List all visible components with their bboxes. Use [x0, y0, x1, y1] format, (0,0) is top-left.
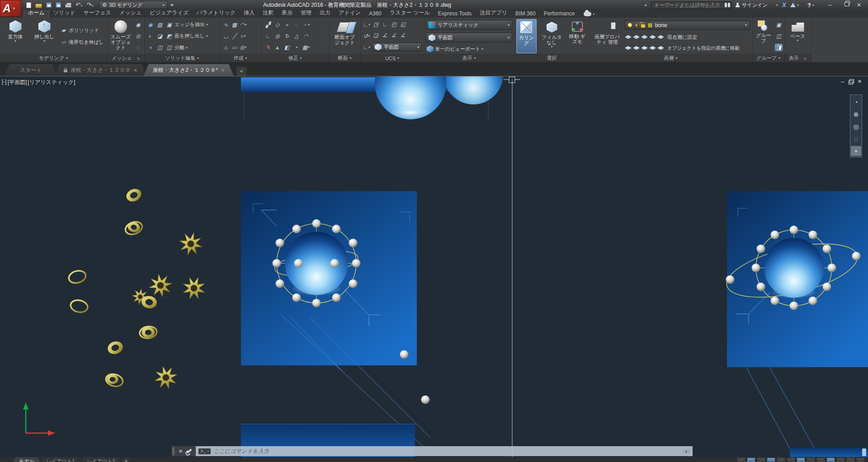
panel-label-modeling[interactable]: モデリング [0, 54, 107, 62]
ucs-x-icon[interactable]: ∠ [381, 32, 389, 39]
save-icon[interactable] [46, 2, 52, 8]
customization-icon[interactable] [857, 458, 864, 462]
panel-label-section[interactable]: 断面 [329, 54, 360, 62]
zoom-icon[interactable]: ◎ [851, 120, 861, 132]
visual-style-dropdown[interactable]: リアリスティック ▾ [426, 20, 512, 30]
panel-label-groups[interactable]: グループ [752, 54, 784, 62]
search-input[interactable] [651, 2, 725, 8]
smooth-less-icon[interactable]: ◎ [134, 33, 142, 40]
panel-label-modify[interactable]: 修正 [261, 54, 329, 62]
slice-icon[interactable]: ▞ [264, 21, 272, 28]
layer-thaw-icon[interactable] [641, 46, 648, 51]
separate-button[interactable]: ◫分離 [165, 44, 188, 51]
boundary-stretch-button[interactable]: ▱境界引き伸ばし [60, 38, 104, 46]
file-tab-doc2[interactable]: 屋根・大きさ2・１２０９* ✕ [144, 64, 234, 76]
offset-edge-icon[interactable]: ∟ [264, 33, 272, 40]
extract-edges-button[interactable]: ▣エッジを抽出 [165, 21, 208, 28]
3d-align-icon[interactable]: ◇ [274, 21, 281, 28]
presspull-button[interactable]: ◩面を押し出し [165, 33, 208, 40]
ucs-previous-icon[interactable]: ↺ [363, 33, 370, 40]
array-icon[interactable]: ▦ [302, 44, 310, 51]
erase-icon[interactable]: ✎ [264, 44, 272, 51]
polysolid-button[interactable]: ▰ポリソリッド [60, 27, 104, 34]
layer-isolate-icon[interactable] [625, 35, 632, 40]
ribbon-tab-output[interactable]: 出力 [316, 9, 335, 18]
doc-minimize-button[interactable]: ─ [841, 79, 844, 85]
ribbon-tab-featured-apps[interactable]: 注目アプリ [476, 9, 511, 18]
viewport-view-control[interactable]: [平面図] [8, 79, 27, 86]
ribbon-tab-view[interactable]: 表示 [278, 9, 297, 18]
panel-label-solid-editing[interactable]: ソリッド編集 [145, 54, 219, 62]
ucs-origin-icon[interactable]: ◳ [372, 21, 380, 28]
new-drawing-tab-button[interactable]: + [236, 67, 246, 76]
file-tab-doc1-close-icon[interactable]: ✕ [133, 68, 137, 73]
ribbon-tab-solid[interactable]: ソリッド [49, 9, 80, 18]
panel-label-base-view[interactable]: 表示 [785, 54, 811, 62]
save-as-icon[interactable] [56, 2, 61, 8]
lineweight-toggle-icon[interactable] [797, 458, 805, 462]
qat-customize-button[interactable]: ▾▾ [170, 3, 173, 7]
base-view-button[interactable]: ベース ▾ [788, 19, 808, 53]
layer-properties-button[interactable]: 画層プロパティ 管理 [591, 19, 623, 53]
chamfer-icon[interactable]: ◠ [302, 33, 310, 40]
search-binoculars-icon[interactable] [725, 3, 727, 7]
smooth-more-icon[interactable]: ◉ [134, 21, 142, 28]
ribbon-tab-manage[interactable]: 管理 [297, 9, 316, 18]
box-button[interactable]: 直方体 ▾ [2, 19, 29, 53]
ucs-world-icon[interactable]: ∟ [363, 44, 370, 51]
minimize-button[interactable]: ─ [823, 2, 837, 8]
ribbon-options-caret-icon[interactable]: ▾ [593, 12, 595, 16]
line-icon[interactable]: ╱ [231, 33, 238, 40]
ucs-plan-dropdown[interactable]: 平面図 ▾ [372, 42, 422, 52]
osnap-toggle-icon[interactable] [787, 458, 795, 462]
command-prompt-chip[interactable]: >_▾ [198, 448, 211, 454]
panel-label-layers[interactable]: 画層 [590, 54, 752, 62]
ribbon-tab-parametric[interactable]: パラメトリック [193, 9, 240, 18]
a360-button[interactable]: ▾ [790, 3, 799, 7]
extrude-button[interactable]: 押し出し ▾ [31, 19, 58, 53]
layer-lock-tool-icon[interactable] [649, 35, 656, 40]
connect-cloud-icon[interactable] [584, 12, 591, 16]
ucs-face-icon[interactable]: ◲ [372, 32, 380, 39]
smooth-refine-icon[interactable]: ◌ [134, 44, 142, 51]
layer-dropdown[interactable]: ☀ bone ▾ [625, 21, 750, 30]
circle-icon[interactable]: ○ [239, 33, 247, 40]
open-file-icon[interactable] [35, 4, 42, 8]
ucs-y-icon[interactable]: ∠ [390, 32, 398, 39]
ucs-object-icon[interactable]: ◱ [399, 21, 407, 28]
union-icon[interactable]: ◉ [146, 21, 154, 28]
ellipse-icon[interactable]: ◎ [239, 44, 247, 51]
view-dropdown[interactable]: 平面図 ▾ [426, 33, 512, 42]
scale-icon[interactable]: △ [292, 33, 300, 40]
group-button[interactable]: グループ [754, 19, 773, 53]
redo-button[interactable]: ↷▾ [86, 2, 93, 8]
help-button[interactable]: ?▾ [807, 2, 814, 9]
command-input[interactable] [213, 448, 680, 454]
ribbon-tab-mesh[interactable]: メッシュ [115, 9, 146, 18]
file-tab-doc2-close-icon[interactable]: ✕ [221, 68, 225, 73]
polygon-icon[interactable]: ⌂ [222, 44, 230, 51]
filter-dropdown-button[interactable]: フィルタなし ▾ [539, 19, 565, 53]
ucs-z-axis-icon[interactable]: ∟ [381, 21, 389, 28]
ribbon-tab-raster-tools[interactable]: ラスター ツール [386, 9, 434, 18]
ucs-view-icon[interactable]: ◰ [390, 21, 398, 28]
ribbon-tab-performance[interactable]: Performance [540, 10, 579, 18]
sign-in-button[interactable]: サインイン ▾ [736, 2, 778, 9]
group-selection-toggle-icon[interactable]: ◨ [775, 44, 783, 51]
panel-label-draw[interactable]: 作成 [220, 54, 261, 62]
ucs-named-icon[interactable]: ∠ [399, 32, 407, 39]
isolate-objects-icon[interactable] [847, 458, 854, 462]
customize-wrench-icon[interactable] [186, 448, 192, 453]
file-tab-doc1[interactable]: 屋根・大きさ・１２０９ ✕ [55, 64, 146, 76]
intersect-icon[interactable]: ◑ [146, 44, 154, 51]
shell-icon[interactable]: ◫ [156, 44, 164, 51]
new-file-icon[interactable] [26, 2, 31, 8]
ucs-icon-tool[interactable]: ∟ [363, 21, 370, 28]
arc-icon[interactable]: ◠ [239, 21, 247, 28]
panel-label-mesh[interactable]: メッシュ [107, 54, 144, 62]
rectangle-icon[interactable]: ▭ [231, 44, 238, 51]
command-history-up-icon[interactable]: ▴ [683, 449, 690, 453]
subtract-icon[interactable]: ◐ [146, 33, 154, 40]
revision-cloud-icon[interactable]: ▦ [231, 21, 238, 28]
selection-cycling-icon[interactable] [817, 458, 825, 462]
